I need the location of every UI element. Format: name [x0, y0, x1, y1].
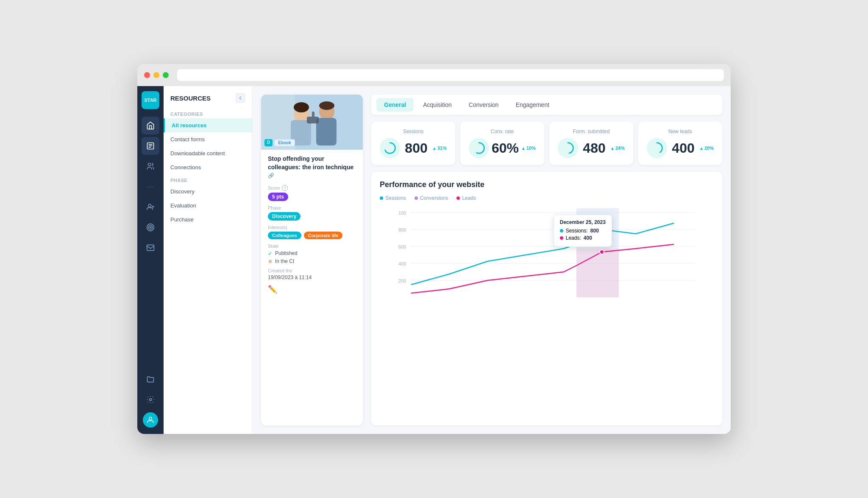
stat-card-sessions: Sessions 800 ▲ 31% [371, 122, 455, 165]
chart-title: Performance of your website [380, 180, 714, 189]
sessions-change: ▲ 31% [432, 145, 447, 151]
ci-x-icon: ✕ [268, 258, 273, 265]
tab-engagement[interactable]: Engagement [508, 98, 557, 112]
right-panel: General Acquisition Conversion Engagemen… [371, 95, 722, 425]
nav-icon-documents[interactable] [142, 137, 159, 155]
sidebar-item-connections[interactable]: Connections [164, 160, 252, 174]
stat-card-form-submitted: Form. submitted 480 ▲ 24% [549, 122, 633, 165]
sessions-label: Sessions [380, 129, 447, 134]
svg-point-16 [319, 101, 334, 110]
sidebar-item-discovery[interactable]: Discovery [164, 185, 252, 199]
edit-icon[interactable]: ✏️ [268, 285, 356, 294]
sidebar-item-contact-forms[interactable]: Contact forms [164, 132, 252, 146]
nav-icon-profile[interactable] [142, 411, 159, 429]
form-submitted-circle [558, 138, 578, 158]
svg-point-22 [652, 143, 662, 154]
sidebar-item-downloadable-content[interactable]: Downloadable content [164, 146, 252, 160]
sidebar-header: RESOURCES [164, 93, 252, 108]
resource-link[interactable]: 🔗 [268, 173, 274, 179]
svg-rect-6 [147, 245, 154, 250]
state-ci: ✕ In the CI [268, 258, 356, 265]
conv-rate-arrow-icon: ▲ [521, 146, 526, 151]
tooltip-leads-row: Leads: 400 [560, 235, 606, 241]
nav-icon-people[interactable] [142, 157, 159, 175]
conversions-legend-dot [415, 196, 418, 200]
stat-card-conv-rate: Conv. rate 60% ▲ 10% [460, 122, 544, 165]
phase-badge: Discovery [268, 212, 300, 221]
score-label: Score ? [268, 185, 356, 191]
tooltip-sessions-dot [560, 229, 563, 232]
svg-text:600: 600 [398, 244, 406, 249]
tooltip-sessions-row: Sessions: 800 [560, 228, 606, 234]
new-leads-change: ▲ 20% [699, 145, 714, 151]
conv-rate-circle [469, 138, 489, 158]
leads-legend-dot [456, 196, 460, 200]
interest-badge-colleagues: Colleagues [268, 232, 301, 239]
tooltip-date: December 25, 2023 [560, 219, 606, 225]
created-meta-label: Created the [268, 268, 356, 273]
left-nav: STAR — [137, 86, 164, 434]
sidebar: RESOURCES Categories All resources Conta… [164, 86, 253, 434]
tab-acquisition[interactable]: Acquisition [415, 98, 459, 112]
state-published: ✓ Published [268, 250, 356, 257]
conv-rate-value: 60% [492, 140, 519, 156]
form-submitted-arrow-icon: ▲ [610, 146, 615, 151]
sidebar-item-evaluation[interactable]: Evaluation [164, 199, 252, 213]
form-submitted-label: Form. submitted [558, 129, 625, 134]
svg-rect-34 [576, 249, 619, 297]
new-leads-value-row: 400 ▲ 20% [647, 138, 714, 158]
interest-badges: Colleagues Corporate life [268, 232, 356, 239]
browser-btn-maximize[interactable] [163, 72, 169, 78]
sidebar-item-all-resources[interactable]: All resources [164, 118, 252, 132]
svg-point-5 [150, 227, 151, 228]
nav-icon-user-add[interactable] [142, 198, 159, 216]
legend-sessions: Sessions [380, 195, 406, 201]
stats-row: Sessions 800 ▲ 31% [371, 122, 722, 165]
svg-rect-18 [312, 112, 314, 118]
legend-leads: Leads [456, 195, 476, 201]
form-submitted-value: 480 [583, 140, 605, 156]
sessions-legend-dot [380, 196, 383, 200]
score-badge: 5 pts [268, 193, 288, 201]
resource-card-image: D Ebook [261, 95, 363, 150]
phase-meta-label: Phase [268, 205, 356, 210]
svg-text:100: 100 [398, 210, 406, 215]
sidebar-collapse-button[interactable] [235, 93, 245, 103]
svg-rect-17 [307, 117, 319, 123]
nav-icon-mail[interactable] [142, 239, 159, 257]
new-leads-arrow-icon: ▲ [699, 146, 704, 151]
svg-point-7 [150, 399, 152, 401]
svg-text:400: 400 [398, 261, 406, 266]
svg-text:800: 800 [398, 227, 406, 232]
nav-icon-target[interactable] [142, 218, 159, 236]
nav-icon-folder[interactable] [142, 370, 159, 388]
svg-rect-14 [316, 118, 337, 145]
browser-urlbar[interactable] [177, 69, 724, 81]
tab-general[interactable]: General [376, 98, 414, 112]
nav-icon-settings[interactable] [142, 391, 159, 408]
svg-point-36 [600, 250, 604, 254]
sessions-circle [380, 138, 400, 158]
nav-icon-home[interactable] [142, 117, 159, 134]
score-help-icon: ? [282, 185, 288, 191]
svg-point-15 [294, 102, 309, 112]
resource-card-body: Stop offending your colleagues: the iron… [261, 150, 363, 299]
card-badges: D Ebook [264, 139, 295, 146]
conv-rate-change: ▲ 10% [521, 145, 536, 151]
svg-point-1 [148, 163, 151, 166]
browser-btn-minimize[interactable] [153, 72, 159, 78]
resource-title: Stop offending your colleagues: the iron… [268, 155, 356, 180]
legend-conversions: Conversions [415, 195, 448, 201]
nav-logo[interactable]: STAR [142, 91, 159, 109]
svg-point-8 [149, 417, 152, 420]
browser-window: STAR — [137, 64, 731, 434]
sidebar-item-purchase[interactable]: Purchase [164, 213, 252, 227]
tab-conversion[interactable]: Conversion [461, 98, 506, 112]
sidebar-phase-label: Phase [164, 174, 252, 185]
svg-point-2 [148, 204, 151, 207]
svg-text:200: 200 [398, 278, 406, 283]
browser-btn-close[interactable] [144, 72, 150, 78]
app-container: STAR — [137, 86, 731, 434]
conv-rate-value-row: 60% ▲ 10% [469, 138, 536, 158]
state-meta-label: State [268, 243, 356, 249]
